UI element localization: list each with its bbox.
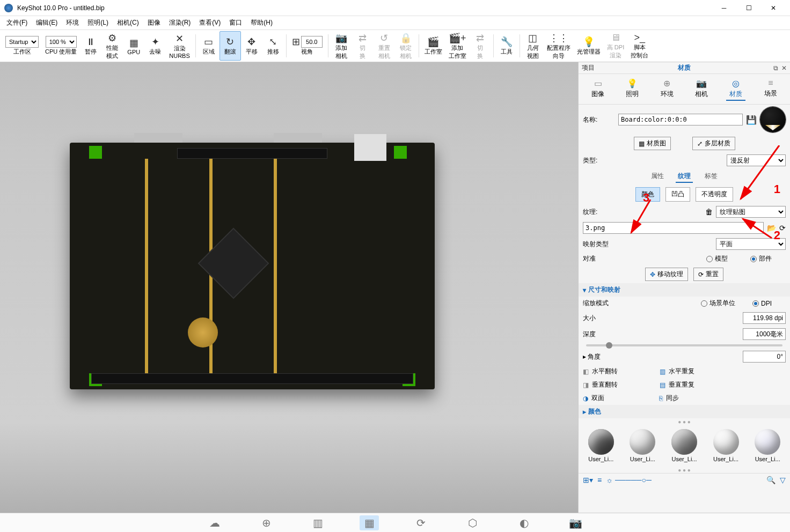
list-view-icon[interactable]: ≡: [597, 476, 602, 484]
toolbar-推移[interactable]: ⤡推移: [262, 31, 284, 61]
annotation-1: 1: [774, 182, 780, 196]
swatch[interactable]: User_Li...: [750, 429, 785, 462]
size-label: 大小: [583, 314, 615, 323]
sub-tabs: 属性纹理标签: [579, 168, 790, 185]
menu-item[interactable]: 窗口: [225, 16, 246, 29]
toolbar-添加相机[interactable]: 📷添加相机: [331, 31, 352, 61]
swatch[interactable]: User_Li...: [625, 429, 660, 462]
toolbar-翻滚[interactable]: ↻翻滚: [220, 31, 241, 61]
hrepeat-toggle[interactable]: 水平重复: [669, 367, 694, 376]
swatch[interactable]: User_Li...: [709, 429, 743, 462]
vrepeat-toggle[interactable]: 垂直重复: [669, 380, 694, 389]
toolbar-光管理器[interactable]: 💡光管理器: [574, 31, 604, 61]
minimize-button[interactable]: ─: [712, 0, 736, 16]
align-part-radio[interactable]: 部件: [750, 254, 772, 263]
app-logo: [4, 4, 13, 12]
menu-item[interactable]: 编辑(E): [32, 16, 62, 29]
save-icon[interactable]: 💾: [746, 115, 757, 125]
drag-handle[interactable]: ● ● ●: [579, 418, 790, 425]
toolbar-视角[interactable]: ⊞视角: [289, 31, 326, 61]
filter-icon[interactable]: ▽: [780, 476, 786, 484]
pill-不透明度[interactable]: 不透明度: [696, 187, 733, 202]
pill-row: 颜色凹凸不透明度: [579, 185, 790, 204]
type-dropdown[interactable]: 漫反射: [727, 154, 786, 166]
toolbar-添加工作室[interactable]: 🎬+添加工作室: [445, 31, 470, 61]
dpi-radio[interactable]: DPI: [752, 300, 772, 307]
annotation-2: 2: [774, 228, 780, 242]
reset-button[interactable]: ⟳重置: [693, 268, 723, 281]
toolbar-暂停[interactable]: ⏸暂停: [80, 31, 101, 61]
toolbar-区域[interactable]: ▭区域: [198, 31, 220, 61]
multi-material-button[interactable]: ⤢ 多层材质: [692, 137, 735, 150]
search-icon[interactable]: 🔍: [766, 476, 776, 484]
subtab-标签[interactable]: 标签: [703, 171, 720, 183]
toolbar-渲染NURBS[interactable]: ✕渲染NURBS: [166, 31, 193, 61]
menu-item[interactable]: 文件(F): [2, 16, 32, 29]
align-model-radio[interactable]: 模型: [706, 254, 728, 263]
color-section[interactable]: ▸ 颜色: [579, 405, 790, 418]
tab-相机[interactable]: 📷相机: [692, 77, 711, 101]
tab-环境[interactable]: ⊕环境: [657, 77, 677, 101]
maximize-button[interactable]: ☐: [736, 0, 761, 16]
tab-材质[interactable]: ◎材质: [726, 77, 745, 101]
toolbar-几何视图[interactable]: ◫几何视图: [522, 31, 544, 61]
angle-label: ▸ 角度: [583, 352, 601, 361]
render-icon[interactable]: ◐: [514, 515, 533, 530]
cloud-icon[interactable]: ☁: [205, 515, 224, 530]
name-input[interactable]: [618, 114, 743, 125]
animation-icon[interactable]: ⟳: [411, 515, 430, 530]
toolbar-GPU[interactable]: ▦GPU: [123, 31, 144, 61]
menu-item[interactable]: 环境: [62, 16, 83, 29]
startup-dropdown[interactable]: Startup: [5, 36, 39, 48]
material-graph-button[interactable]: ▦ 材质图: [634, 137, 671, 150]
vr-icon[interactable]: ⬡: [463, 515, 482, 530]
scene-units-radio[interactable]: 场景单位: [701, 299, 735, 308]
scale-mode-label: 缩放模式: [583, 299, 626, 308]
viewport[interactable]: [0, 62, 578, 513]
toolbar-工作室[interactable]: 🎬工作室: [421, 31, 445, 61]
toolbar-去噪[interactable]: ✦去噪: [144, 31, 166, 61]
swatch[interactable]: User_Li...: [584, 429, 618, 462]
import-icon[interactable]: ⊕: [257, 515, 276, 530]
grid-view-icon[interactable]: ⊞▾: [583, 476, 593, 484]
brightness-icon[interactable]: ☼ ─────○─: [606, 476, 652, 484]
delete-texture-icon[interactable]: 🗑: [705, 208, 713, 216]
texture-file-input[interactable]: [583, 222, 764, 234]
project-icon[interactable]: ▦: [360, 515, 379, 530]
menu-item[interactable]: 照明(L): [83, 16, 113, 29]
subtab-纹理[interactable]: 纹理: [676, 171, 693, 183]
hflip-toggle[interactable]: 水平翻转: [592, 367, 656, 376]
material-preview: [760, 107, 786, 132]
toolbar-平移[interactable]: ✥平移: [241, 31, 262, 61]
drag-handle-2[interactable]: ● ● ●: [579, 467, 790, 473]
menu-item[interactable]: 帮助(H): [246, 16, 277, 29]
menu-item[interactable]: 图像: [143, 16, 165, 29]
texture-type-dropdown[interactable]: 纹理贴图: [716, 206, 786, 218]
menu-item[interactable]: 查看(V): [195, 16, 225, 29]
menu-item[interactable]: 相机(C): [113, 16, 143, 29]
move-texture-button[interactable]: ✥移动纹理: [645, 268, 688, 281]
toolbar-配置程序向导[interactable]: ⋮⋮配置程序向导: [544, 31, 574, 61]
zoom-dropdown[interactable]: 100 %: [46, 36, 77, 48]
menu-item[interactable]: 渲染(R): [165, 16, 195, 29]
close-button[interactable]: ✕: [761, 0, 786, 16]
pill-凹凸[interactable]: 凹凸: [665, 187, 690, 202]
size-section[interactable]: ▾ 尺寸和映射: [579, 283, 790, 297]
toolbar-性能模式[interactable]: ⚙性能模式: [101, 31, 123, 61]
angle-input[interactable]: [743, 351, 786, 363]
twosided-toggle[interactable]: 双面: [591, 394, 656, 403]
tab-照明[interactable]: 💡照明: [623, 77, 642, 101]
vflip-toggle[interactable]: 垂直翻转: [592, 380, 656, 389]
depth-slider[interactable]: [586, 344, 782, 346]
size-input[interactable]: [743, 312, 786, 324]
swatch[interactable]: User_Li...: [667, 429, 701, 462]
subtab-属性[interactable]: 属性: [649, 171, 666, 183]
sync-toggle[interactable]: 同步: [666, 394, 679, 403]
toolbar-工具[interactable]: 🔧工具: [496, 31, 517, 61]
tab-图像[interactable]: ▭图像: [588, 77, 608, 101]
tab-场景[interactable]: ≡场景: [761, 77, 780, 101]
camera-icon[interactable]: 📷: [566, 515, 585, 530]
toolbar-脚本控制台[interactable]: >_脚本控制台: [627, 31, 652, 61]
depth-input[interactable]: [743, 328, 786, 340]
library-icon[interactable]: ▥: [308, 515, 327, 530]
